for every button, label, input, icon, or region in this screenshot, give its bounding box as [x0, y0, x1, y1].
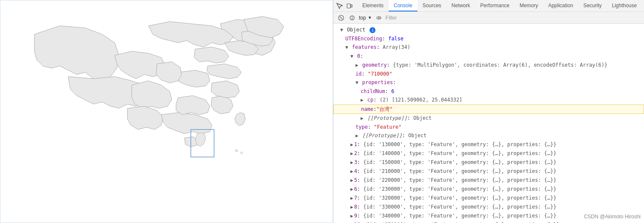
tab-network[interactable]: Network	[446, 0, 475, 11]
expand-arrow[interactable]	[356, 62, 358, 69]
expand-arrow[interactable]	[356, 79, 358, 87]
china-map	[0, 0, 333, 223]
expand-arrow[interactable]	[350, 159, 353, 167]
devtools-tab-bar: Elements Console Sources Network Perform…	[333, 0, 644, 12]
list-item[interactable]: 9: {id: '340000', type: 'Feature', geome…	[333, 212, 644, 220]
svg-line-6	[340, 17, 342, 19]
expand-arrow[interactable]	[345, 44, 348, 51]
filter-input[interactable]: Filter	[386, 15, 397, 21]
devtools-tabs-list: Elements Console Sources Network Perform…	[357, 0, 642, 11]
list-item[interactable]: 7: {id: '320000', type: 'Feature', geome…	[333, 194, 644, 203]
svg-point-2	[241, 152, 243, 154]
svg-point-10	[378, 17, 379, 18]
list-item[interactable]: 2: {id: '140000', type: 'Feature', geome…	[333, 149, 644, 158]
expand-arrow[interactable]	[356, 132, 358, 140]
type-line[interactable]: type: "Feature"	[333, 123, 644, 131]
geometry-line[interactable]: geometry: {type: 'MultiPolygon', coordin…	[333, 61, 644, 70]
context-selector[interactable]: top ▼	[359, 15, 372, 21]
tab-sources[interactable]: Sources	[417, 0, 446, 11]
expand-arrow[interactable]	[350, 195, 353, 202]
tab-security[interactable]: Security	[578, 0, 607, 11]
id-line[interactable]: id: "710000"	[333, 70, 644, 78]
list-item[interactable]: 4: {id: '210000', type: 'Feature', geome…	[333, 167, 644, 176]
tab-performance[interactable]: Performance	[475, 0, 515, 11]
prototype1-line[interactable]: [[Prototype]]: Object	[333, 114, 644, 123]
clear-console-icon[interactable]	[337, 14, 345, 22]
tab-application[interactable]: Application	[543, 0, 578, 11]
tab-lighthouse[interactable]: Lighthouse	[607, 0, 642, 11]
tab-memory[interactable]: Memory	[515, 0, 543, 11]
object-header-line[interactable]: Object i	[333, 25, 644, 34]
console-content[interactable]: Object i UTF8Encoding: false features: A…	[333, 24, 644, 223]
tab-elements[interactable]: Elements	[357, 0, 389, 11]
info-icon: i	[370, 27, 375, 33]
cp-line[interactable]: cp: (2) [121.509062, 25.044332]	[333, 96, 644, 104]
expand-arrow[interactable]	[350, 186, 353, 193]
features-line[interactable]: features: Array(34)	[333, 43, 644, 52]
device-toggle-icon[interactable]	[345, 2, 354, 10]
list-item[interactable]: 1: {id: '130000', type: 'Feature', geome…	[333, 140, 644, 149]
list-item[interactable]: 5: {id: '220000', type: 'Feature', geome…	[333, 176, 644, 185]
svg-point-1	[235, 150, 238, 152]
expand-arrow[interactable]	[350, 168, 353, 175]
list-item[interactable]: 8: {id: '330000', type: 'Feature', geome…	[333, 203, 644, 212]
childnum-line[interactable]: childNum: 6	[333, 87, 644, 96]
expand-arrow[interactable]	[350, 221, 353, 223]
chevron-down-icon: ▼	[368, 15, 372, 20]
expand-arrow[interactable]	[350, 177, 353, 184]
properties-line[interactable]: properties:	[333, 78, 644, 87]
eye-icon[interactable]	[375, 14, 383, 22]
expand-arrow[interactable]	[340, 26, 343, 34]
list-item[interactable]: 3: {id: '150000', type: 'Feature', geome…	[333, 158, 644, 167]
expand-arrow[interactable]	[350, 141, 353, 149]
map-panel	[0, 0, 333, 223]
expand-arrow[interactable]	[350, 150, 353, 158]
devtools-left-icons	[335, 2, 354, 10]
expand-arrow[interactable]	[350, 212, 353, 220]
list-item[interactable]: 10: {id: '350000', type: 'Feature', geom…	[333, 220, 644, 223]
devtools-toolbar: top ▼ Filter	[333, 12, 644, 24]
item0-line[interactable]: 0:	[333, 52, 644, 61]
list-item[interactable]: 6: {id: '230000', type: 'Feature', geome…	[333, 185, 644, 194]
svg-rect-3	[347, 4, 350, 8]
utf8-line[interactable]: UTF8Encoding: false	[333, 34, 644, 43]
stop-recording-icon[interactable]	[348, 14, 356, 22]
svg-rect-4	[351, 5, 352, 7]
expand-arrow[interactable]	[361, 115, 364, 122]
name-line[interactable]: name: "台湾"	[333, 104, 644, 114]
devtools-panel: Elements Console Sources Network Perform…	[333, 0, 644, 223]
expand-arrow[interactable]	[350, 53, 353, 60]
expand-arrow[interactable]	[361, 96, 364, 104]
prototype2-line[interactable]: [[Prototype]]: Object	[333, 131, 644, 140]
inspect-icon[interactable]	[335, 2, 344, 10]
tab-console[interactable]: Console	[389, 0, 417, 11]
expand-arrow[interactable]	[350, 203, 353, 211]
